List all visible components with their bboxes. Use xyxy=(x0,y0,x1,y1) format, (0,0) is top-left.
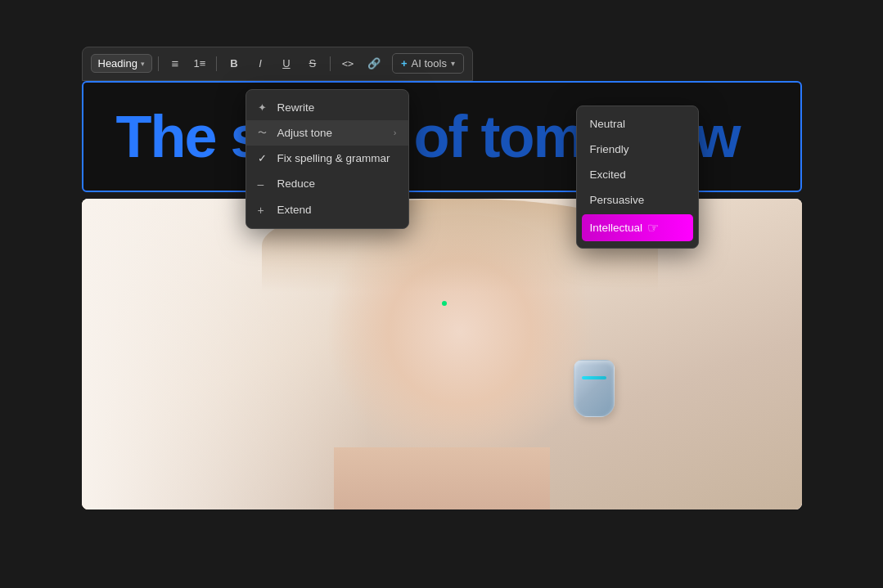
submenu-chevron-icon: › xyxy=(394,128,397,137)
extend-icon: + xyxy=(258,204,271,217)
ai-tools-button[interactable]: + AI tools ▾ xyxy=(392,53,464,74)
adjust-tone-icon: 〜 xyxy=(258,127,271,139)
ai-tools-dropdown: ✦ Rewrite 〜 Adjust tone › ✓ Fix spelling… xyxy=(246,89,409,229)
intellectual-label: Intellectual xyxy=(590,222,643,234)
reduce-icon: – xyxy=(258,177,271,191)
fix-spelling-label: Fix spelling & grammar xyxy=(277,152,390,164)
ai-tools-label: AI tools xyxy=(412,57,447,70)
formatting-toolbar: Heading ▾ ≡ 1≡ B I U S <> 🔗 + AI tools ▾ xyxy=(82,47,473,81)
ai-tools-chevron-icon: ▾ xyxy=(451,59,455,68)
extend-item[interactable]: + Extend xyxy=(246,197,408,223)
neutral-label: Neutral xyxy=(590,118,626,130)
reduce-label: Reduce xyxy=(277,177,316,190)
link-button[interactable]: 🔗 xyxy=(363,52,385,75)
extend-label: Extend xyxy=(277,204,312,216)
cursor-pointer: ☞ xyxy=(647,220,659,236)
unordered-list-button[interactable]: ≡ xyxy=(164,53,186,74)
friendly-item[interactable]: Friendly xyxy=(577,137,698,162)
underline-button[interactable]: U xyxy=(275,52,298,75)
persuasive-item[interactable]: Persuasive xyxy=(577,187,698,213)
rewrite-icon: ✦ xyxy=(258,101,271,114)
excited-label: Excited xyxy=(590,168,626,181)
heading-chevron-icon: ▾ xyxy=(141,60,145,68)
bold-button[interactable]: B xyxy=(223,52,246,75)
ordered-list-button[interactable]: 1≡ xyxy=(189,53,210,74)
strikethrough-button[interactable]: S xyxy=(301,52,324,75)
rewrite-item[interactable]: ✦ Rewrite xyxy=(246,95,408,120)
tone-submenu: Neutral Friendly Excited Persuasive Inte… xyxy=(576,105,699,249)
toolbar-divider-1 xyxy=(158,56,159,71)
rewrite-label: Rewrite xyxy=(277,101,315,114)
reduce-item[interactable]: – Reduce xyxy=(246,171,408,197)
intellectual-item[interactable]: Intellectual ☞ xyxy=(582,214,693,241)
heading-selector[interactable]: Heading ▾ xyxy=(91,54,152,73)
heading-label: Heading xyxy=(98,57,137,70)
fix-spelling-item[interactable]: ✓ Fix spelling & grammar xyxy=(246,146,408,171)
toolbar-divider-2 xyxy=(216,56,217,71)
adjust-tone-label: Adjust tone xyxy=(277,127,333,139)
ai-plus-icon: + xyxy=(401,57,408,70)
adjust-tone-item[interactable]: 〜 Adjust tone › xyxy=(246,120,408,146)
persuasive-label: Persuasive xyxy=(590,194,645,206)
neutral-item[interactable]: Neutral xyxy=(577,111,698,137)
editor-container: Heading ▾ ≡ 1≡ B I U S <> 🔗 + AI tools ▾… xyxy=(82,47,802,509)
check-icon: ✓ xyxy=(258,152,271,164)
dropdown-overlay: ✦ Rewrite 〜 Adjust tone › ✓ Fix spelling… xyxy=(246,89,411,229)
toolbar-divider-3 xyxy=(330,56,331,71)
code-button[interactable]: <> xyxy=(336,52,359,75)
friendly-label: Friendly xyxy=(590,143,629,155)
italic-button[interactable]: I xyxy=(249,52,272,75)
excited-item[interactable]: Excited xyxy=(577,162,698,187)
